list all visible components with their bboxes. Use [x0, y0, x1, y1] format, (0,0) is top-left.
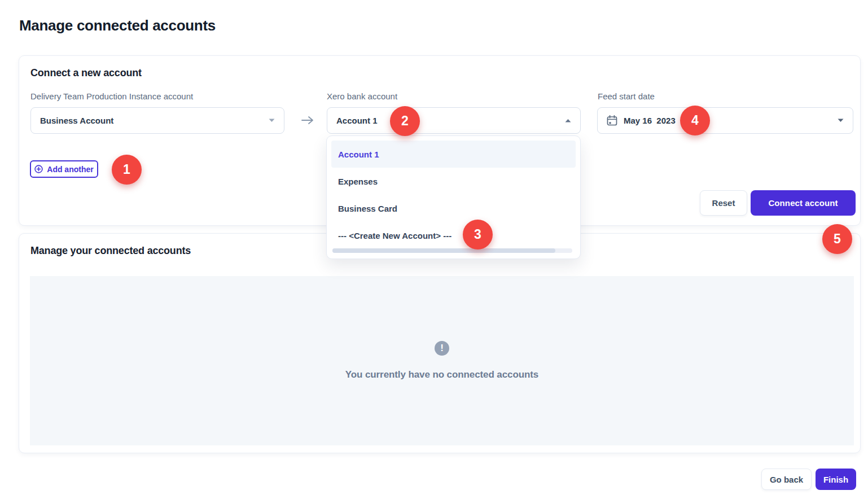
feed-start-date-value: May 16 2023: [624, 116, 676, 125]
dropdown-horizontal-scrollbar[interactable]: [332, 248, 572, 253]
chevron-up-icon: [565, 119, 571, 122]
annotation-badge-1: 1: [112, 155, 142, 185]
xero-bank-account-dropdown: Account 1 Expenses Business Card --- <Cr…: [326, 135, 581, 259]
empty-state-message: You currently have no connected accounts: [345, 369, 538, 380]
empty-state: ! You currently have no connected accoun…: [30, 276, 854, 445]
manage-card-heading: Manage your connected accounts: [30, 245, 191, 257]
manage-connected-accounts-card: Manage your connected accounts ! You cur…: [19, 233, 861, 453]
source-account-value: Business Account: [40, 116, 113, 125]
calendar-icon: [607, 115, 617, 126]
add-another-button[interactable]: Add another: [30, 160, 98, 178]
add-another-label: Add another: [47, 165, 93, 174]
alert-circle-icon: !: [435, 341, 449, 356]
page-title: Manage connected accounts: [19, 17, 216, 34]
annotation-badge-5: 5: [822, 224, 852, 254]
dropdown-option-expenses[interactable]: Expenses: [331, 168, 576, 195]
connect-card-heading: Connect a new account: [30, 67, 142, 79]
arrow-right-icon: [300, 112, 315, 128]
xero-bank-account-select[interactable]: Account 1: [327, 107, 581, 134]
feed-start-date-label: Feed start date: [598, 91, 655, 101]
annotation-badge-2: 2: [390, 106, 420, 136]
source-account-select[interactable]: Business Account: [30, 107, 284, 134]
source-account-label: Delivery Team Production Instance accoun…: [30, 91, 193, 101]
dropdown-option-create-new-account[interactable]: --- <Create New Account> ---: [331, 222, 576, 249]
reset-button[interactable]: Reset: [700, 190, 747, 216]
go-back-button[interactable]: Go back: [761, 469, 812, 490]
chevron-down-icon: [838, 119, 844, 122]
dropdown-option-account-1[interactable]: Account 1: [331, 141, 576, 168]
feed-start-date-picker[interactable]: May 16 2023: [597, 107, 853, 134]
annotation-badge-3: 3: [463, 220, 493, 250]
chevron-down-icon: [269, 119, 275, 122]
finish-button[interactable]: Finish: [816, 469, 856, 490]
xero-bank-account-value: Account 1: [336, 116, 378, 125]
plus-circle-icon: [34, 165, 43, 173]
dropdown-option-business-card[interactable]: Business Card: [331, 195, 576, 222]
connect-account-button[interactable]: Connect account: [751, 190, 856, 216]
annotation-badge-4: 4: [680, 106, 710, 135]
xero-bank-account-label: Xero bank account: [327, 91, 397, 101]
scrollbar-thumb[interactable]: [332, 248, 555, 253]
